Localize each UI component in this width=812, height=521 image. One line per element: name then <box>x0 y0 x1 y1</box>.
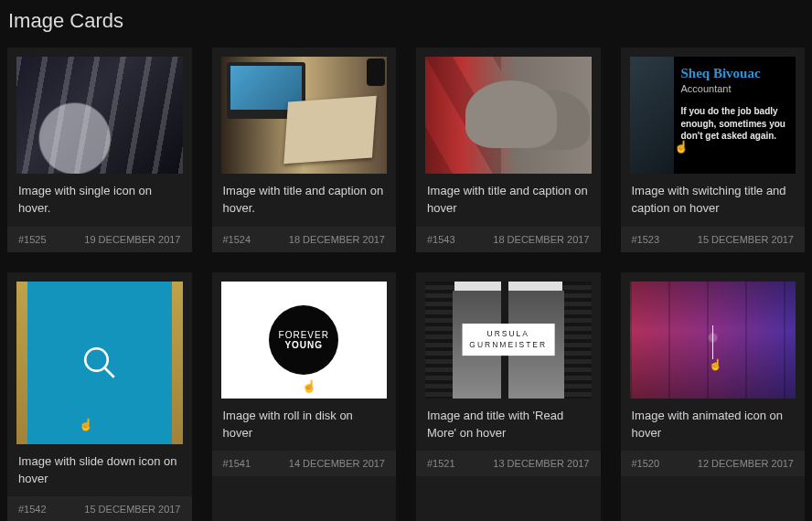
card-thumbnail <box>221 57 388 174</box>
card-thumbnail: Sheq Bivouac Accountant If you do the jo… <box>630 57 796 174</box>
overlay-disk: FOREVER YOUNG <box>269 305 338 375</box>
image-card[interactable]: URSULA GURNMEISTER Image and title with … <box>416 272 601 521</box>
card-date: 18 DECEMBER 2017 <box>493 234 589 245</box>
card-footer: #1542 15 DECEMBER 2017 <box>7 496 192 521</box>
card-thumbnail <box>425 57 592 174</box>
card-thumbnail: ☝ <box>16 282 183 444</box>
card-id: #1523 <box>632 234 660 245</box>
card-description: Image with single icon on hover. <box>7 174 192 227</box>
card-id: #1524 <box>223 234 251 245</box>
page-title: Image Cards <box>8 9 805 33</box>
card-id: #1520 <box>632 458 660 469</box>
overlay-quote: If you do the job badly enough, sometime… <box>681 105 796 143</box>
card-grid: Image with single icon on hover. #1525 1… <box>7 48 805 521</box>
overlay-title: Sheq Bivouac <box>681 66 796 81</box>
card-description: Image with title and caption on hover <box>416 174 601 227</box>
image-card[interactable]: Image with title and caption on hover. #… <box>212 48 397 252</box>
card-description: Image and title with 'Read More' on hove… <box>416 399 601 452</box>
image-card[interactable]: FOREVER YOUNG ☝ Image with roll in disk … <box>212 272 397 521</box>
overlay-line1: URSULA <box>487 329 529 338</box>
card-footer: #1525 19 DECEMBER 2017 <box>7 227 192 252</box>
overlay-subtitle: Accountant <box>681 83 796 94</box>
card-id: #1543 <box>427 234 455 245</box>
card-id: #1541 <box>223 458 251 469</box>
image-card[interactable]: ☝ Image with animated icon on hover #152… <box>621 272 806 521</box>
card-footer: #1541 14 DECEMBER 2017 <box>212 451 397 476</box>
image-card[interactable]: ☝ Image with slide down icon on hover #1… <box>7 272 192 521</box>
card-description: Image with roll in disk on hover <box>212 399 397 452</box>
card-footer: #1521 13 DECEMBER 2017 <box>416 451 601 476</box>
card-description: Image with title and caption on hover. <box>212 174 397 227</box>
overlay-line2: GURNMEISTER <box>469 340 547 349</box>
card-date: 19 DECEMBER 2017 <box>84 234 180 245</box>
overlay-line2: YOUNG <box>284 340 323 350</box>
cursor-icon: ☝ <box>709 358 722 371</box>
card-date: 13 DECEMBER 2017 <box>493 458 589 469</box>
card-date: 15 DECEMBER 2017 <box>84 504 180 515</box>
image-card[interactable]: Image with single icon on hover. #1525 1… <box>7 48 192 252</box>
card-date: 14 DECEMBER 2017 <box>289 458 385 469</box>
overlay-line1: FOREVER <box>279 330 329 340</box>
svg-line-1 <box>104 367 114 377</box>
image-card[interactable]: Image with title and caption on hover #1… <box>416 48 601 252</box>
card-description: Image with slide down icon on hover <box>7 444 192 497</box>
card-description: Image with animated icon on hover <box>621 399 806 452</box>
card-date: 12 DECEMBER 2017 <box>698 458 794 469</box>
card-thumbnail: FOREVER YOUNG ☝ <box>221 282 388 399</box>
card-footer: #1524 18 DECEMBER 2017 <box>212 227 397 252</box>
cursor-icon: ☝ <box>302 379 316 393</box>
card-thumbnail <box>16 57 183 174</box>
card-id: #1542 <box>18 504 47 515</box>
card-date: 18 DECEMBER 2017 <box>289 234 385 245</box>
card-description: Image with switching title and caption o… <box>621 174 806 227</box>
card-thumbnail: ☝ <box>630 282 796 399</box>
card-thumbnail: URSULA GURNMEISTER <box>425 282 592 399</box>
card-id: #1521 <box>427 458 455 469</box>
card-date: 15 DECEMBER 2017 <box>698 234 794 245</box>
card-footer: #1523 15 DECEMBER 2017 <box>621 227 806 252</box>
search-icon <box>80 344 119 382</box>
cursor-icon: ☝ <box>674 140 689 154</box>
image-card[interactable]: Sheq Bivouac Accountant If you do the jo… <box>621 48 806 252</box>
cursor-icon: ☝ <box>79 418 93 431</box>
card-footer: #1543 18 DECEMBER 2017 <box>416 227 601 252</box>
card-footer: #1520 12 DECEMBER 2017 <box>621 451 806 476</box>
card-id: #1525 <box>18 234 47 245</box>
svg-point-0 <box>85 348 108 371</box>
overlay-label: URSULA GURNMEISTER <box>462 324 554 356</box>
